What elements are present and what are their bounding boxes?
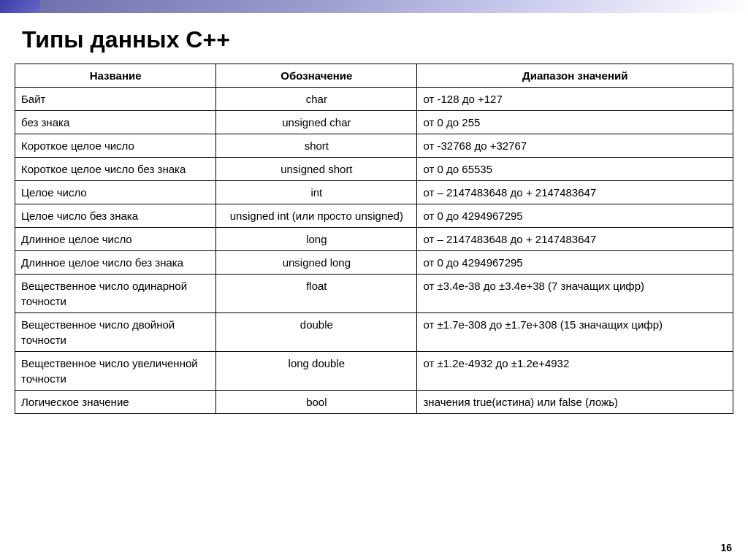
cell-range: от – 2147483648 до + 2147483647 xyxy=(417,228,733,251)
cell-range: от -128 до +127 xyxy=(417,88,733,111)
table-row: Короткое целое числоshortот -32768 до +3… xyxy=(15,134,733,158)
col-header-range: Диапазон значений xyxy=(417,64,733,88)
cell-name: Короткое целое число без знака xyxy=(15,158,216,181)
cell-name: Вещественное число одинарной точности xyxy=(15,275,216,313)
cell-name: Вещественное число двойной точности xyxy=(15,313,216,352)
cell-range: от ±3.4e-38 до ±3.4e+38 (7 значащих цифр… xyxy=(417,275,733,313)
cell-name: Логическое значение xyxy=(15,391,216,414)
cell-notation: unsigned int (или просто unsigned) xyxy=(216,204,417,228)
cell-notation: bool xyxy=(216,391,417,414)
cell-range: от – 2147483648 до + 2147483647 xyxy=(417,181,733,204)
cell-notation: float xyxy=(216,275,417,313)
cell-notation: long double xyxy=(216,352,417,391)
table-row: Длинное целое число без знакаunsigned lo… xyxy=(15,251,733,275)
cell-range: от -32768 до +32767 xyxy=(417,134,733,158)
cell-name: Короткое целое число xyxy=(15,134,216,158)
cell-name: без знака xyxy=(15,111,216,134)
cell-notation: int xyxy=(216,181,417,204)
cell-range: от 0 до 255 xyxy=(417,111,733,134)
page-title: Типы данных С++ xyxy=(22,26,726,53)
cell-name: Вещественное число увеличенной точности xyxy=(15,352,216,391)
table-row: Целое числоintот – 2147483648 до + 21474… xyxy=(15,181,733,204)
data-types-table: Название Обозначение Диапазон значений Б… xyxy=(15,64,733,414)
cell-notation: double xyxy=(216,313,417,352)
cell-notation: unsigned long xyxy=(216,251,417,275)
table-row: Байтcharот -128 до +127 xyxy=(15,88,733,111)
cell-notation: long xyxy=(216,228,417,251)
cell-range: от ±1.7e-308 до ±1.7e+308 (15 значащих ц… xyxy=(417,313,733,352)
cell-notation: unsigned char xyxy=(216,111,417,134)
table-row: Короткое целое число без знакаunsigned s… xyxy=(15,158,733,181)
col-header-name: Название xyxy=(15,64,216,88)
cell-name: Целое число xyxy=(15,181,216,204)
cell-range: от 0 до 4294967295 xyxy=(417,251,733,275)
data-types-table-container: Название Обозначение Диапазон значений Б… xyxy=(15,64,733,414)
table-row: Вещественное число увеличенной точностиl… xyxy=(15,352,733,391)
table-row: Длинное целое числоlongот – 2147483648 д… xyxy=(15,228,733,251)
cell-range: значения true(истина) или false (ложь) xyxy=(417,391,733,414)
cell-name: Длинное целое число без знака xyxy=(15,251,216,275)
cell-name: Целое число без знака xyxy=(15,204,216,228)
cell-range: от ±1.2e-4932 до ±1.2e+4932 xyxy=(417,352,733,391)
table-row: без знакаunsigned charот 0 до 255 xyxy=(15,111,733,134)
header-bar xyxy=(0,0,748,13)
cell-name: Байт xyxy=(15,88,216,111)
table-header-row: Название Обозначение Диапазон значений xyxy=(15,64,733,88)
table-row: Логическое значениеboolзначения true(ист… xyxy=(15,391,733,414)
col-header-notation: Обозначение xyxy=(216,64,417,88)
slide-number: 16 xyxy=(717,541,735,554)
cell-range: от 0 до 4294967295 xyxy=(417,204,733,228)
table-row: Целое число без знакаunsigned int (или п… xyxy=(15,204,733,228)
cell-notation: short xyxy=(216,134,417,158)
cell-range: от 0 до 65535 xyxy=(417,158,733,181)
cell-name: Длинное целое число xyxy=(15,228,216,251)
table-row: Вещественное число двойной точностиdoubl… xyxy=(15,313,733,352)
table-row: Вещественное число одинарной точностиflo… xyxy=(15,275,733,313)
cell-notation: unsigned short xyxy=(216,158,417,181)
cell-notation: char xyxy=(216,88,417,111)
